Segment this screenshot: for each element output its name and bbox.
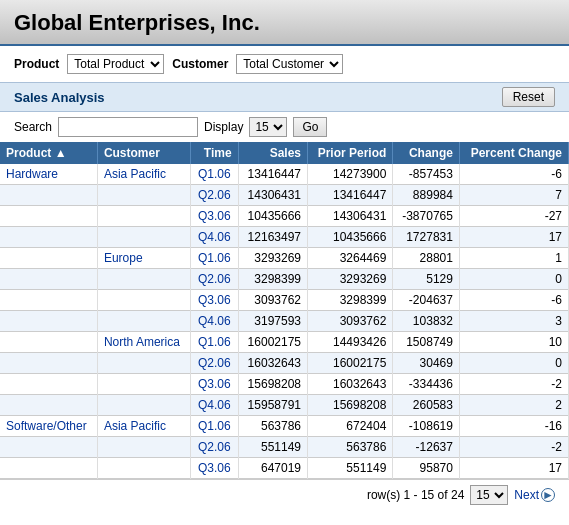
go-button[interactable]: Go bbox=[293, 117, 327, 137]
col-product[interactable]: Product ▲ bbox=[0, 142, 97, 164]
cell-product bbox=[0, 374, 97, 395]
cell-percent-change: -16 bbox=[459, 416, 568, 437]
cell-prior-period: 3293269 bbox=[308, 269, 393, 290]
table-row: Q4.0615958791156982082605832 bbox=[0, 395, 569, 416]
col-customer[interactable]: Customer bbox=[97, 142, 190, 164]
col-percent-change[interactable]: Percent Change bbox=[459, 142, 568, 164]
table-row: Q2.06551149563786-12637-2 bbox=[0, 437, 569, 458]
table-row: Q2.063298399329326951290 bbox=[0, 269, 569, 290]
cell-product bbox=[0, 458, 97, 479]
cell-product bbox=[0, 332, 97, 353]
cell-percent-change: -6 bbox=[459, 164, 568, 185]
cell-customer bbox=[97, 437, 190, 458]
cell-prior-period: 14306431 bbox=[308, 206, 393, 227]
cell-time: Q4.06 bbox=[190, 227, 238, 248]
next-button[interactable]: Next ► bbox=[514, 488, 555, 502]
search-bar: Search Display 15 25 50 Go bbox=[0, 112, 569, 142]
col-sales[interactable]: Sales bbox=[238, 142, 307, 164]
cell-prior-period: 14273900 bbox=[308, 164, 393, 185]
header: Global Enterprises, Inc. bbox=[0, 0, 569, 46]
cell-product bbox=[0, 227, 97, 248]
cell-change: 95870 bbox=[393, 458, 460, 479]
table-row: Q2.061603264316002175304690 bbox=[0, 353, 569, 374]
cell-time: Q1.06 bbox=[190, 332, 238, 353]
cell-product bbox=[0, 206, 97, 227]
footer-bar: row(s) 1 - 15 of 24 15 25 50 Next ► bbox=[0, 479, 569, 510]
cell-customer: Asia Pacific bbox=[97, 164, 190, 185]
cell-customer bbox=[97, 185, 190, 206]
cell-prior-period: 16032643 bbox=[308, 374, 393, 395]
cell-customer bbox=[97, 353, 190, 374]
cell-product bbox=[0, 395, 97, 416]
cell-percent-change: 17 bbox=[459, 227, 568, 248]
cell-change: -204637 bbox=[393, 290, 460, 311]
table-row: Q3.0630937623298399-204637-6 bbox=[0, 290, 569, 311]
cell-sales: 3093762 bbox=[238, 290, 307, 311]
cell-prior-period: 16002175 bbox=[308, 353, 393, 374]
cell-change: -334436 bbox=[393, 374, 460, 395]
search-input[interactable] bbox=[58, 117, 198, 137]
cell-customer: Europe bbox=[97, 248, 190, 269]
table-row: Q2.0614306431134164478899847 bbox=[0, 185, 569, 206]
display-select[interactable]: 15 25 50 bbox=[249, 117, 287, 137]
cell-change: 1508749 bbox=[393, 332, 460, 353]
cell-prior-period: 10435666 bbox=[308, 227, 393, 248]
cell-change: 28801 bbox=[393, 248, 460, 269]
cell-change: -3870765 bbox=[393, 206, 460, 227]
cell-change: 30469 bbox=[393, 353, 460, 374]
cell-time: Q3.06 bbox=[190, 206, 238, 227]
next-arrow-icon: ► bbox=[541, 488, 555, 502]
table-row: Software/OtherAsia PacificQ1.06563786672… bbox=[0, 416, 569, 437]
cell-time: Q4.06 bbox=[190, 311, 238, 332]
display-label: Display bbox=[204, 120, 243, 134]
cell-time: Q2.06 bbox=[190, 269, 238, 290]
cell-time: Q3.06 bbox=[190, 374, 238, 395]
customer-label: Customer bbox=[172, 57, 228, 71]
cell-percent-change: 17 bbox=[459, 458, 568, 479]
cell-time: Q2.06 bbox=[190, 185, 238, 206]
col-time[interactable]: Time bbox=[190, 142, 238, 164]
cell-customer: Asia Pacific bbox=[97, 416, 190, 437]
cell-customer: North America bbox=[97, 332, 190, 353]
cell-time: Q3.06 bbox=[190, 290, 238, 311]
cell-sales: 3298399 bbox=[238, 269, 307, 290]
table-row: HardwareAsia PacificQ1.06134164471427390… bbox=[0, 164, 569, 185]
sales-analysis-bar: Sales Analysis Reset bbox=[0, 82, 569, 112]
col-change[interactable]: Change bbox=[393, 142, 460, 164]
cell-time: Q1.06 bbox=[190, 164, 238, 185]
cell-product bbox=[0, 248, 97, 269]
cell-product bbox=[0, 290, 97, 311]
table-row: Q4.061216349710435666172783117 bbox=[0, 227, 569, 248]
cell-sales: 3293269 bbox=[238, 248, 307, 269]
cell-percent-change: 0 bbox=[459, 269, 568, 290]
customer-select[interactable]: Total Customer bbox=[236, 54, 343, 74]
cell-time: Q1.06 bbox=[190, 416, 238, 437]
search-label: Search bbox=[14, 120, 52, 134]
cell-prior-period: 3298399 bbox=[308, 290, 393, 311]
cell-time: Q3.06 bbox=[190, 458, 238, 479]
cell-sales: 10435666 bbox=[238, 206, 307, 227]
cell-time: Q2.06 bbox=[190, 437, 238, 458]
cell-prior-period: 13416447 bbox=[308, 185, 393, 206]
reset-button[interactable]: Reset bbox=[502, 87, 555, 107]
cell-percent-change: -6 bbox=[459, 290, 568, 311]
cell-prior-period: 563786 bbox=[308, 437, 393, 458]
rows-select[interactable]: 15 25 50 bbox=[470, 485, 508, 505]
cell-sales: 551149 bbox=[238, 437, 307, 458]
col-prior-period[interactable]: Prior Period bbox=[308, 142, 393, 164]
cell-customer bbox=[97, 458, 190, 479]
toolbar: Product Total Product Customer Total Cus… bbox=[0, 46, 569, 82]
cell-customer bbox=[97, 311, 190, 332]
table-row: Q3.066470195511499587017 bbox=[0, 458, 569, 479]
product-select[interactable]: Total Product bbox=[67, 54, 164, 74]
table-row: Q3.061043566614306431-3870765-27 bbox=[0, 206, 569, 227]
cell-prior-period: 3093762 bbox=[308, 311, 393, 332]
cell-sales: 13416447 bbox=[238, 164, 307, 185]
cell-product bbox=[0, 437, 97, 458]
app-title: Global Enterprises, Inc. bbox=[14, 10, 555, 36]
cell-percent-change: 10 bbox=[459, 332, 568, 353]
cell-sales: 3197593 bbox=[238, 311, 307, 332]
cell-product bbox=[0, 353, 97, 374]
sales-analysis-title: Sales Analysis bbox=[14, 90, 105, 105]
table-header-row: Product ▲ Customer Time Sales Prior Peri… bbox=[0, 142, 569, 164]
